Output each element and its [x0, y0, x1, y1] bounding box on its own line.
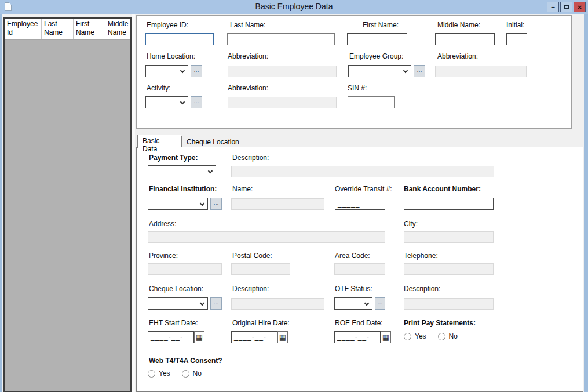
minimize-button[interactable]: –	[547, 2, 559, 12]
chevron-down-icon	[208, 169, 213, 173]
original-hire-date-calendar-button[interactable]: ▦	[277, 331, 288, 343]
chevron-down-icon	[200, 301, 204, 306]
middle-name-label: Middle Name:	[437, 21, 480, 29]
home-location-select[interactable]	[145, 65, 188, 77]
tab-cheque-location-override[interactable]: Cheque Location Override	[181, 136, 269, 148]
eht-start-date-label: EHT Start Date:	[149, 319, 198, 327]
web-t4-no-label: No	[193, 369, 202, 378]
activity-select[interactable]	[145, 96, 188, 108]
sin-input[interactable]	[348, 96, 395, 108]
employee-group-label: Employee Group:	[349, 52, 403, 60]
financial-institution-lookup-button[interactable]: ...	[210, 198, 222, 210]
area-code-field	[334, 263, 385, 275]
close-button[interactable]: ×	[574, 2, 586, 12]
postal-code-label: Postal Code:	[232, 252, 272, 260]
financial-institution-name-label: Name:	[232, 185, 253, 193]
payment-type-description-label: Description:	[232, 154, 269, 162]
home-location-abbreviation-field	[228, 66, 337, 77]
calendar-icon: ▦	[279, 333, 286, 342]
employee-id-input[interactable]	[145, 33, 214, 45]
eht-start-date-calendar-button[interactable]: ▦	[194, 331, 204, 343]
override-transit-label: Override Transit #:	[335, 185, 392, 193]
print-pay-no-radio[interactable]	[438, 333, 445, 340]
title-bar[interactable]: Basic Employee Data – ×	[0, 0, 588, 14]
employee-header-form: Employee ID: Last Name: First Name: Midd…	[136, 15, 572, 129]
home-location-lookup-button[interactable]: ...	[191, 65, 202, 77]
tab-basic-data[interactable]: Basic Data	[137, 135, 181, 148]
financial-institution-select[interactable]	[148, 198, 208, 210]
employee-group-lookup-button[interactable]: ...	[414, 65, 425, 77]
print-pay-no-label: No	[449, 332, 458, 340]
telephone-field	[404, 263, 494, 275]
cheque-location-select[interactable]	[148, 297, 208, 310]
cheque-location-lookup-button[interactable]: ...	[210, 297, 222, 310]
roe-end-date-calendar-button[interactable]: ▦	[381, 331, 391, 343]
payment-type-description-field	[231, 166, 494, 177]
bank-account-number-input[interactable]	[404, 198, 494, 210]
maximize-button[interactable]	[560, 2, 572, 12]
area-code-label: Area Code:	[335, 252, 370, 260]
close-icon: ×	[578, 3, 582, 11]
web-t4-yes-label: Yes	[159, 369, 170, 378]
initial-input[interactable]	[506, 33, 527, 45]
otf-status-label: OTF Status:	[335, 285, 372, 293]
detail-panel: Employee ID: Last Name: First Name: Midd…	[135, 14, 584, 392]
city-label: City:	[404, 220, 418, 228]
eht-start-date-input[interactable]: ____-__-__	[148, 331, 194, 343]
home-location-label: Home Location:	[147, 52, 195, 60]
employee-list-grid[interactable]: Employee Id Last Name First Name Middle …	[3, 17, 132, 392]
chevron-down-icon	[200, 201, 204, 206]
window-body: Employee Id Last Name First Name Middle …	[2, 14, 584, 392]
address-label: Address:	[149, 220, 176, 228]
chevron-down-icon	[403, 68, 408, 73]
sin-label: SIN #:	[348, 84, 367, 92]
otf-status-description-field	[404, 298, 494, 310]
payment-type-label: Payment Type:	[149, 154, 198, 162]
chevron-down-icon	[180, 68, 185, 73]
postal-code-field	[231, 263, 290, 275]
activity-abbreviation-field	[228, 97, 337, 108]
employee-group-select[interactable]	[348, 65, 411, 77]
print-pay-statements-radios: Yes No	[404, 332, 466, 340]
print-pay-yes-radio[interactable]	[404, 333, 411, 340]
payment-type-select[interactable]	[148, 165, 216, 177]
basic-data-tab-page: Payment Type: Description: Financial Ins…	[136, 147, 583, 392]
window: Basic Employee Data – × Employee Id Last…	[0, 0, 588, 392]
province-label: Province:	[149, 252, 178, 260]
last-name-input[interactable]	[227, 33, 335, 45]
grid-header-first-name: First Name	[74, 19, 105, 39]
text-caret	[148, 35, 148, 43]
web-t4-yes-radio[interactable]	[148, 370, 155, 378]
activity-abbreviation-label: Abbreviation:	[228, 84, 268, 92]
grid-header-row: Employee Id Last Name First Name Middle …	[5, 19, 130, 40]
otf-status-lookup-button[interactable]: ...	[375, 297, 385, 310]
chevron-down-icon	[180, 100, 185, 104]
telephone-label: Telephone:	[404, 252, 438, 260]
original-hire-date-input[interactable]: ____-__-__	[231, 331, 277, 343]
first-name-label: First Name:	[363, 21, 399, 29]
employee-id-label: Employee ID:	[147, 21, 188, 29]
middle-name-input[interactable]	[435, 33, 495, 45]
grid-header-last-name: Last Name	[42, 19, 74, 39]
city-field	[404, 231, 494, 243]
print-pay-yes-label: Yes	[415, 332, 426, 340]
roe-end-date-input[interactable]: ____-__-__	[334, 331, 381, 343]
calendar-icon: ▦	[196, 333, 203, 342]
cheque-location-label: Cheque Location:	[149, 285, 203, 293]
first-name-input[interactable]	[347, 33, 407, 45]
otf-status-select[interactable]	[334, 297, 372, 310]
chevron-down-icon	[364, 301, 369, 306]
original-hire-date-label: Original Hire Date:	[232, 319, 290, 327]
roe-end-date-label: ROE End Date:	[335, 319, 383, 327]
grid-header-employee-id: Employee Id	[5, 19, 42, 39]
grid-body-empty[interactable]	[5, 40, 130, 391]
tab-control: Basic Data Cheque Location Override Paym…	[136, 135, 583, 392]
employee-group-abbreviation-field	[435, 66, 527, 77]
grid-header-middle-name: Middle Name	[105, 19, 130, 39]
web-t4-no-radio[interactable]	[182, 370, 189, 378]
window-title: Basic Employee Data	[0, 2, 588, 11]
activity-lookup-button[interactable]: ...	[191, 96, 202, 108]
web-t4-consent-label: Web T4/T4A Consent?	[149, 357, 222, 365]
override-transit-input[interactable]: _____	[335, 198, 385, 210]
cheque-location-description-label: Description:	[232, 285, 269, 293]
